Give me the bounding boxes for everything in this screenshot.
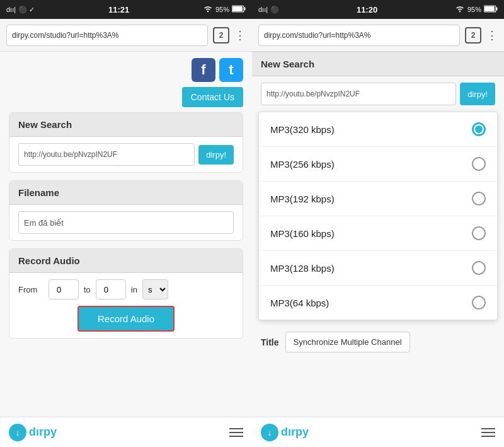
left-time: 11:21: [108, 5, 129, 15]
dropdown-item-label-5: MP3(64 kbps): [270, 298, 329, 308]
right-content-area: New Search dirpy! MP3(320 kbps)MP3(256 k…: [252, 52, 504, 417]
radio-circle-2[interactable]: [472, 192, 486, 206]
format-dropdown: MP3(320 kbps)MP3(256 kbps)MP3(192 kbps)M…: [258, 112, 498, 320]
left-wifi-icon: [203, 5, 213, 14]
dirpy-button[interactable]: dirpy!: [198, 145, 234, 165]
dropdown-item-5[interactable]: MP3(64 kbps): [259, 286, 497, 320]
dropdown-item-2[interactable]: MP3(192 kbps): [259, 182, 497, 216]
right-address-bar: 2 ⋮: [252, 19, 504, 52]
svg-point-4: [459, 11, 461, 12]
dropdown-item-label-4: MP3(128 kbps): [270, 263, 335, 274]
left-phone-panel: dıı| ⚫ ✓ 11:21 95% 2 ⋮ f t Contact Us: [0, 0, 252, 447]
contact-us-button[interactable]: Contact Us: [182, 87, 243, 107]
svg-rect-2: [244, 8, 246, 11]
in-label: in: [131, 285, 137, 294]
right-new-search-header: New Search: [252, 52, 504, 76]
sync-multiple-channel-button[interactable]: Synchronize Multiple Channel: [285, 332, 410, 352]
left-content-area: f t Contact Us New Search dirpy! Filenam…: [0, 52, 252, 417]
from-label: From: [18, 285, 43, 294]
left-battery-text: 95%: [215, 6, 229, 13]
left-status-right: 95%: [203, 5, 246, 14]
left-status-icons: ⚫ ✓: [18, 6, 35, 14]
right-tab-badge[interactable]: 2: [465, 27, 481, 44]
new-search-header: New Search: [9, 113, 243, 137]
title-label: Title: [261, 337, 279, 347]
social-row: f t: [9, 58, 243, 82]
right-battery-text: 95%: [467, 6, 481, 13]
dropdown-item-label-2: MP3(192 kbps): [270, 194, 335, 204]
contact-row: Contact Us: [9, 87, 243, 112]
dropdown-item-label-3: MP3(160 kbps): [270, 228, 335, 239]
right-hamburger-menu[interactable]: [481, 428, 495, 437]
left-tab-badge[interactable]: 2: [213, 27, 229, 44]
right-logo-text: dırpy: [281, 426, 309, 439]
record-audio-button[interactable]: Record Audio: [77, 306, 175, 332]
right-bottom-bar: ↓ dırpy: [252, 417, 504, 447]
dropdown-item-4[interactable]: MP3(128 kbps): [259, 251, 497, 286]
right-menu-dots[interactable]: ⋮: [486, 28, 498, 42]
record-audio-section: Record Audio From to in s m Record Audio: [9, 248, 243, 339]
filename-body: [9, 205, 243, 240]
url-input[interactable]: [18, 143, 195, 166]
right-logo-icon: ↓: [261, 424, 278, 441]
left-address-bar: 2 ⋮: [0, 19, 252, 52]
left-status-bar: dıı| ⚫ ✓ 11:21 95%: [0, 0, 252, 19]
right-address-input[interactable]: [258, 25, 460, 46]
right-signal-icon: dıı|: [258, 6, 268, 13]
right-top: New Search dirpy! MP3(320 kbps)MP3(256 k…: [252, 52, 504, 359]
left-logo: ↓ dırpy: [9, 424, 57, 441]
facebook-icon[interactable]: f: [192, 58, 215, 82]
svg-rect-3: [232, 6, 243, 11]
left-status-left: dıı| ⚫ ✓: [6, 6, 35, 14]
filename-header: Filename: [9, 181, 243, 205]
dropdown-item-1[interactable]: MP3(256 kbps): [259, 147, 497, 182]
radio-circle-0[interactable]: [472, 122, 486, 136]
left-bottom-bar: ↓ dırpy: [0, 417, 252, 447]
right-dirpy-button[interactable]: dirpy!: [460, 83, 495, 105]
left-logo-text: dırpy: [29, 426, 57, 439]
to-label: to: [84, 285, 91, 294]
left-signal-icon: dıı|: [6, 6, 16, 13]
radio-circle-4[interactable]: [472, 261, 486, 275]
left-logo-icon: ↓: [9, 424, 26, 441]
from-input[interactable]: [49, 279, 79, 299]
svg-rect-6: [496, 8, 498, 11]
right-status-icons: ⚫: [270, 6, 279, 14]
record-audio-body: From to in s m Record Audio: [9, 273, 243, 338]
dropdown-item-label-0: MP3(320 kbps): [270, 124, 335, 135]
left-battery-icon: [232, 5, 246, 14]
dropdown-item-3[interactable]: MP3(160 kbps): [259, 216, 497, 251]
right-phone-panel: dıı| ⚫ 11:20 95% 2 ⋮ New Search dirpy!: [252, 0, 504, 447]
right-logo: ↓ dırpy: [261, 424, 309, 441]
right-status-left: dıı| ⚫: [258, 6, 279, 14]
radio-circle-1[interactable]: [472, 157, 486, 171]
filename-section: Filename: [9, 180, 243, 241]
right-url-input[interactable]: [261, 83, 456, 105]
right-status-right: 95%: [455, 5, 498, 14]
right-battery-icon: [484, 5, 498, 14]
svg-point-0: [207, 11, 209, 12]
twitter-icon[interactable]: t: [219, 58, 243, 82]
left-address-input[interactable]: [6, 25, 208, 46]
unit-select[interactable]: s m: [142, 279, 168, 299]
svg-rect-7: [484, 6, 495, 11]
dropdown-item-label-1: MP3(256 kbps): [270, 159, 335, 170]
new-search-section: New Search dirpy!: [9, 112, 243, 173]
right-bottom-row: Title Synchronize Multiple Channel: [252, 325, 504, 359]
record-audio-header: Record Audio: [9, 249, 243, 273]
from-row: From to in s m: [18, 279, 234, 299]
radio-circle-3[interactable]: [472, 226, 486, 240]
new-search-body: dirpy!: [9, 137, 243, 172]
radio-circle-5[interactable]: [472, 296, 486, 310]
url-row: dirpy!: [18, 143, 234, 166]
left-hamburger-menu[interactable]: [229, 428, 243, 437]
right-wifi-icon: [455, 5, 465, 14]
right-time: 11:20: [357, 5, 377, 15]
right-url-row: dirpy!: [252, 76, 504, 112]
dropdown-item-0[interactable]: MP3(320 kbps): [259, 112, 497, 147]
left-menu-dots[interactable]: ⋮: [234, 28, 246, 42]
filename-input[interactable]: [18, 211, 234, 234]
right-status-bar: dıı| ⚫ 11:20 95%: [252, 0, 504, 19]
to-input[interactable]: [96, 279, 126, 299]
